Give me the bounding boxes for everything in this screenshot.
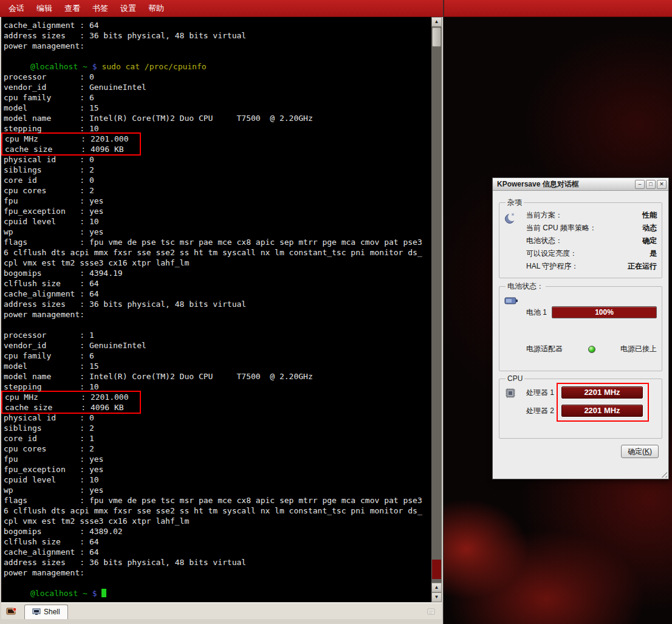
info-label: HAL 守护程序： xyxy=(526,260,578,273)
minimize-icon[interactable]: – xyxy=(635,180,645,189)
kpowersave-dialog: KPowersave 信息对话框 – □ ✕ 杂项 当前方案：性能当前 CPU … xyxy=(492,177,669,479)
terminal-line: cache size : 4096 KB xyxy=(5,402,140,413)
new-session-button[interactable] xyxy=(4,605,19,619)
terminal-line: cpu family : 6 xyxy=(4,92,431,103)
terminal-line: address sizes : 36 bits physical, 48 bit… xyxy=(4,30,431,41)
adapter-status: 电源已接上 xyxy=(620,344,657,354)
terminal-line: cpu family : 6 xyxy=(4,351,431,361)
info-label: 当前 CPU 频率策略： xyxy=(526,222,597,235)
menu-session[interactable]: 会话 xyxy=(2,1,30,16)
terminal-line xyxy=(4,51,431,61)
info-value: 动态 xyxy=(642,222,657,235)
info-row: 当前方案：性能 xyxy=(526,209,657,222)
close-icon[interactable]: ✕ xyxy=(657,180,667,189)
terminal-line: flags : fpu vme de pse tsc msr pae mce c… xyxy=(4,237,431,247)
cpu-icon xyxy=(504,387,516,399)
terminal-line: model : 15 xyxy=(4,361,431,371)
cpu-frequency-badge: 2201 MHz xyxy=(561,405,643,417)
info-value: 确定 xyxy=(642,235,657,247)
terminal-line: core id : 0 xyxy=(4,175,431,185)
menu-bookmarks[interactable]: 书签 xyxy=(86,1,114,16)
terminal-line: cache_alignment : 64 xyxy=(4,20,431,30)
info-label: 电池状态： xyxy=(526,235,563,247)
terminal-line: address sizes : 36 bits physical, 48 bit… xyxy=(4,557,431,567)
prompt-host: @localhost ~ xyxy=(30,589,92,598)
terminal-line: flags : fpu vme de pse tsc msr pae mce c… xyxy=(4,495,431,506)
terminal-line: model : 15 xyxy=(4,103,431,113)
terminal-line: power management: xyxy=(4,309,431,320)
menu-settings[interactable]: 设置 xyxy=(114,1,142,16)
cpu-legend: CPU xyxy=(506,374,524,383)
terminal-output[interactable]: cache_alignment : 64address sizes : 36 b… xyxy=(1,17,431,602)
dialog-body: 杂项 当前方案：性能当前 CPU 频率策略：动态电池状态：确定可以设定亮度：是H… xyxy=(493,191,668,479)
terminal-line: vendor_id : GenuineIntel xyxy=(4,82,431,92)
terminal-prompt-line: @localhost ~ $ sudo cat /proc/cpuinfo xyxy=(4,61,431,72)
redacted-username xyxy=(4,62,30,69)
scrollbar-thumb[interactable] xyxy=(432,27,441,47)
tab-label: Shell xyxy=(44,608,60,616)
terminal-line: 6 clflush dts acpi mmx fxsr sse sse2 ss … xyxy=(4,506,431,516)
battery-progressbar: 100% xyxy=(552,306,657,318)
ok-button[interactable]: 确定(K) xyxy=(621,445,659,458)
terminal-line: fpu_exception : yes xyxy=(4,464,431,475)
icon-column xyxy=(504,293,526,357)
battery-groupbox: 电池状态： 电池 1 100% xyxy=(499,281,662,371)
terminal-line: cpuid level : 10 xyxy=(4,475,431,485)
terminal-line: siblings : 2 xyxy=(4,165,431,175)
dialog-titlebar[interactable]: KPowersave 信息对话框 – □ ✕ xyxy=(493,178,668,191)
menu-view[interactable]: 查看 xyxy=(58,1,86,16)
battery-label: 电池 1 xyxy=(526,307,547,318)
processor-row-1: 处理器 12201 MHz xyxy=(526,386,657,399)
new-session-icon xyxy=(6,607,17,617)
session-list-button[interactable] xyxy=(423,605,439,619)
maximize-icon[interactable]: □ xyxy=(646,180,656,189)
terminal-window: 会话编辑查看书签设置帮助 cache_alignment : 64address… xyxy=(0,0,444,624)
terminal-line: processor : 0 xyxy=(4,72,431,82)
redacted-username xyxy=(4,589,30,596)
terminal-prompt-line: @localhost ~ $ xyxy=(4,588,431,598)
kpowersave-icon xyxy=(504,212,516,224)
prompt-symbol: $ xyxy=(92,62,102,71)
terminal-line: bogomips : 4394.19 xyxy=(4,268,431,278)
battery-legend: 电池状态： xyxy=(506,281,546,292)
terminal-line: clflush size : 64 xyxy=(4,278,431,289)
terminal-line: physical id : 0 xyxy=(4,413,431,423)
scroll-down-icon[interactable]: ▼ xyxy=(431,592,442,602)
adapter-row: 电源适配器 电源已接上 xyxy=(526,344,657,357)
info-value: 是 xyxy=(650,247,657,260)
menu-bar: 会话编辑查看书签设置帮助 xyxy=(0,0,443,17)
terminal-line: cpu MHz : 2201.000 xyxy=(5,392,140,402)
tab-shell[interactable]: Shell xyxy=(24,605,68,619)
icon-column xyxy=(504,384,526,423)
scrollbar-track[interactable] xyxy=(431,27,442,583)
processor-label: 处理器 1 xyxy=(526,388,555,398)
cpu-frequency-badge: 2201 MHz xyxy=(561,386,643,399)
processor-rows: 处理器 12201 MHz处理器 22201 MHz xyxy=(526,384,657,423)
battery-row: 电池 1 100% xyxy=(526,306,657,318)
info-value: 正在运行 xyxy=(628,260,657,273)
terminal-line xyxy=(4,320,431,330)
terminal-line: model name : Intel(R) Core(TM)2 Duo CPU … xyxy=(4,371,431,382)
processor-label: 处理器 2 xyxy=(526,406,555,416)
terminal-line: cache size : 4096 KB xyxy=(5,144,140,154)
terminal-scrollbar[interactable]: ▲ ▲ ▼ xyxy=(431,17,442,602)
terminal-line: clflush size : 64 xyxy=(4,537,431,547)
terminal-line: stepping : 10 xyxy=(4,382,431,392)
battery-rows: 电池 1 100% 电源适配器 电源已接上 xyxy=(526,293,657,357)
info-value: 性能 xyxy=(642,209,657,222)
terminal-line: cpuid level : 10 xyxy=(4,216,431,227)
terminal-line: power management: xyxy=(4,41,431,51)
scroll-up-icon[interactable]: ▲ xyxy=(431,17,442,27)
annotation-box: cpu MHz : 2201.000cache size : 4096 KB xyxy=(1,132,141,156)
terminal-line: cache_alignment : 64 xyxy=(4,547,431,557)
terminal-line: cpu MHz : 2201.000 xyxy=(5,134,140,144)
terminal-body[interactable]: cache_alignment : 64address sizes : 36 b… xyxy=(1,17,442,602)
scroll-up-icon-bottom[interactable]: ▲ xyxy=(431,583,442,592)
misc-groupbox: 杂项 当前方案：性能当前 CPU 频率策略：动态电池状态：确定可以设定亮度：是H… xyxy=(499,197,662,278)
menu-edit[interactable]: 编辑 xyxy=(30,1,58,16)
terminal-line: processor : 1 xyxy=(4,330,431,340)
icon-column xyxy=(504,209,526,273)
dialog-title: KPowersave 信息对话框 xyxy=(497,179,634,190)
terminal-line: 6 clflush dts acpi mmx fxsr sse sse2 ss … xyxy=(4,247,431,258)
menu-help[interactable]: 帮助 xyxy=(142,1,170,16)
